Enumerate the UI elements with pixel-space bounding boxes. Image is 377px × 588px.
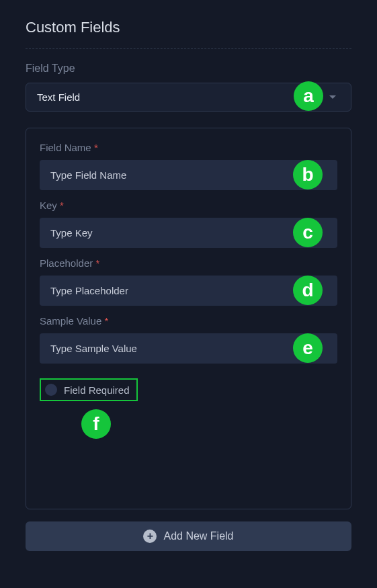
field-type-select[interactable]: Text Field [26,83,351,112]
checkbox-icon [45,384,57,396]
section-title: Custom Fields [26,19,351,36]
required-asterisk: * [94,142,98,153]
required-asterisk: * [104,315,108,327]
sample-value-label: Sample Value * [40,315,337,327]
placeholder-input[interactable] [40,276,337,306]
key-label-text: Key [40,200,57,211]
field-type-selected: Text Field [37,91,80,103]
placeholder-label: Placeholder * [40,257,337,269]
field-required-label: Field Required [64,384,130,396]
field-name-label: Field Name * [40,142,337,153]
field-name-input[interactable] [40,160,337,190]
plus-circle-icon: + [143,530,157,543]
marker-f: f [81,409,111,439]
key-label: Key * [40,200,337,211]
required-asterisk: * [60,200,64,211]
sample-value-input[interactable] [40,333,337,364]
chevron-down-icon [329,95,336,99]
field-required-checkbox[interactable]: Field Required [40,378,138,401]
add-new-field-label: Add New Field [163,530,233,542]
field-type-label: Field Type [26,62,351,75]
add-new-field-button[interactable]: + Add New Field [26,521,351,551]
field-name-label-text: Field Name [40,142,91,153]
sample-value-label-text: Sample Value [40,315,101,327]
key-input[interactable] [40,218,337,248]
divider [26,48,351,49]
field-config-box: Field Name * b Key * c Placeholder * d S… [26,128,351,509]
placeholder-label-text: Placeholder [40,257,93,269]
required-asterisk: * [95,257,99,269]
